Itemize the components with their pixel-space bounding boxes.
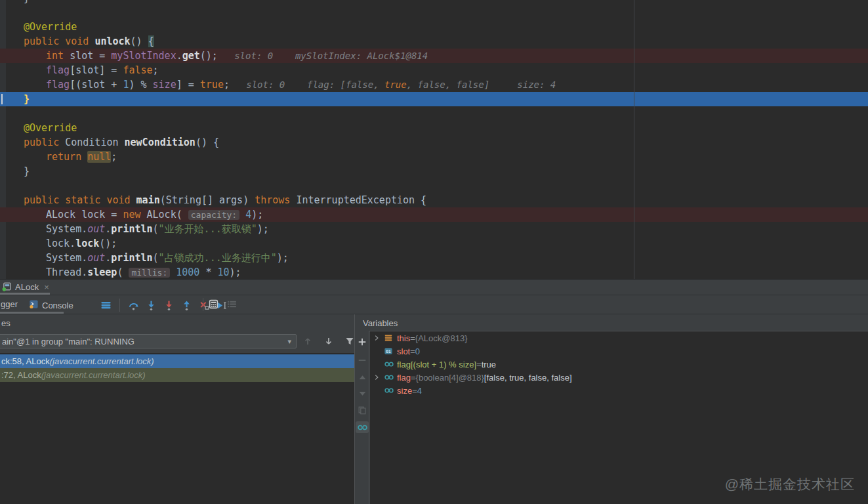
code-editor[interactable]: }@Overridepublic void unlock() {int slot… <box>0 0 868 279</box>
code-line: } <box>0 92 868 106</box>
equals-sign: = <box>412 386 417 396</box>
chevron-right-icon[interactable] <box>369 373 384 381</box>
thread-selector[interactable]: ain"@1 in group "main": RUNNING ▾ <box>0 334 297 348</box>
code-line: ALock lock = new ALock( capacity: 4); <box>0 207 868 222</box>
close-icon[interactable]: × <box>44 282 49 292</box>
watch-icon <box>384 373 397 381</box>
code-line: public Condition newCondition() { <box>0 135 868 150</box>
variable-value: true <box>482 360 496 369</box>
equals-sign: = <box>476 360 482 369</box>
variable-row[interactable]: flag[(slot + 1) % size] = true <box>369 358 868 371</box>
evaluate-expression-icon[interactable] <box>208 299 219 310</box>
layout-settings-icon[interactable] <box>226 299 238 310</box>
run-console-icon <box>2 282 12 293</box>
tab-console[interactable]: Console <box>29 299 73 311</box>
equals-sign: = <box>410 346 415 356</box>
frame-location: ck:58, ALock <box>1 356 50 366</box>
code-line: lock.lock(); <box>0 236 868 251</box>
variable-value: 0 <box>415 346 420 356</box>
move-up-button[interactable] <box>356 371 368 383</box>
watermark: @稀土掘金技术社区 <box>725 475 855 494</box>
frame-package: (javacurrent.currentart.lock) <box>41 370 146 380</box>
toolbar-separator <box>203 298 203 311</box>
watch-icon <box>384 387 397 394</box>
step-out-icon[interactable] <box>181 300 192 311</box>
frames-panel-header: es <box>1 318 10 328</box>
variable-name: slot <box>397 346 410 356</box>
show-watches-button[interactable] <box>356 421 369 433</box>
code-line: } <box>0 0 868 5</box>
variable-row[interactable]: 01slot = 0 <box>369 345 868 358</box>
step-over-icon[interactable] <box>128 300 139 311</box>
equals-sign: = <box>411 373 416 383</box>
watch-toolbar <box>355 331 369 504</box>
code-line: int slot = mySlotIndex.get(); slot: 0 my… <box>0 49 868 63</box>
right-margin-guide <box>634 0 634 279</box>
code-line <box>0 5 868 20</box>
filter-icon[interactable] <box>344 335 355 346</box>
hamburger-icon[interactable] <box>100 300 112 311</box>
code-line: flag[(slot + 1) % size] = true; slot: 0 … <box>0 77 868 92</box>
debug-tab-title: ALock <box>15 282 39 292</box>
variable-row[interactable]: size = 4 <box>369 384 868 397</box>
console-tab-label: Console <box>42 301 73 310</box>
variable-value: {boolean[4]@818} <box>416 373 484 383</box>
stack-frame-row[interactable]: ck:58, ALock (javacurrent.currentart.loc… <box>0 354 354 368</box>
code-line <box>0 106 868 121</box>
variable-row[interactable]: this = {ALock@813} <box>369 331 868 345</box>
step-into-icon[interactable] <box>146 300 157 311</box>
equals-sign: = <box>410 333 415 343</box>
active-tab-underline <box>0 293 50 295</box>
code-line: System.out.println("占锁成功...业务进行中"); <box>0 251 868 265</box>
variable-name: size <box>397 386 412 396</box>
debug-tool-window: ALock × gger Console es ain"@1 in group … <box>0 279 868 504</box>
stack-frame-row[interactable]: :72, ALock (javacurrent.currentart.lock) <box>0 368 354 382</box>
tab-debugger[interactable]: gger <box>1 299 18 309</box>
code-line <box>0 178 868 193</box>
code-line: return null; <box>0 150 868 164</box>
variable-name: flag[(slot + 1) % size] <box>397 360 476 369</box>
frame-package: (javacurrent.currentart.lock) <box>50 356 154 366</box>
watch-icon <box>384 360 397 368</box>
code-area: }@Overridepublic void unlock() {int slot… <box>0 0 868 279</box>
code-line: public void unlock() { <box>0 34 868 49</box>
variable-value: {ALock@813} <box>415 333 468 343</box>
add-watch-button[interactable] <box>356 336 368 348</box>
dropdown-arrow-icon: ▾ <box>287 337 296 346</box>
duplicate-button[interactable] <box>356 404 368 416</box>
variable-row[interactable]: flag = {boolean[4]@818} [false, true, fa… <box>369 371 868 384</box>
debugger-toolbar: gger Console <box>0 295 868 314</box>
variable-value-preview: [false, true, false, false] <box>484 373 572 383</box>
down-arrow-icon[interactable] <box>323 335 334 346</box>
move-down-button[interactable] <box>356 387 368 399</box>
up-arrow-icon[interactable] <box>302 335 313 346</box>
thread-selector-value: ain"@1 in group "main": RUNNING <box>0 337 287 346</box>
variable-name: this <box>397 333 410 343</box>
code-line: flag[slot] = false; <box>0 63 868 77</box>
code-line: System.out.println("业务开始...获取锁"); <box>0 222 868 236</box>
variables-panel-header: Variables <box>363 318 398 328</box>
object-icon <box>384 333 397 343</box>
tool-window-tab-bar: ALock × <box>0 280 868 295</box>
remove-watch-button[interactable] <box>356 354 368 366</box>
code-line: @Override <box>0 121 868 135</box>
toolbar-separator <box>119 299 120 312</box>
chevron-right-icon[interactable] <box>369 334 384 342</box>
console-icon <box>29 299 39 311</box>
svg-text:01: 01 <box>386 349 391 354</box>
variable-name: flag <box>397 373 411 383</box>
frame-location: :72, ALock <box>1 370 41 380</box>
ide-window: }@Overridepublic void unlock() {int slot… <box>0 0 868 504</box>
variable-value: 4 <box>417 386 422 396</box>
code-line: Thread.sleep( millis: 1000 * 10); <box>0 265 868 279</box>
primitive-icon: 01 <box>384 346 397 356</box>
code-line: public static void main(String[] args) t… <box>0 193 868 207</box>
code-line: } <box>0 164 868 178</box>
active-subtab-underline <box>0 312 64 314</box>
debug-tab-alock[interactable]: ALock × <box>2 280 49 294</box>
force-step-into-icon[interactable] <box>163 300 175 311</box>
text-caret <box>1 94 3 104</box>
code-line: @Override <box>0 20 868 34</box>
